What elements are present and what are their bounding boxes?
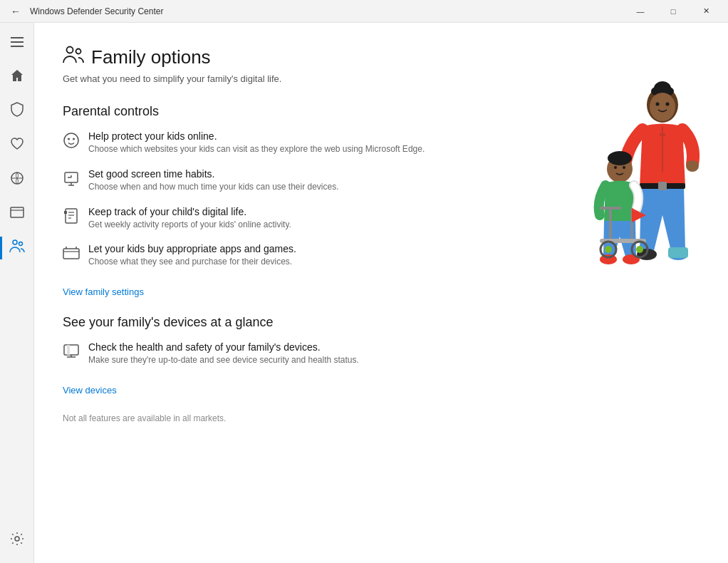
feature-protect-kids-desc: Choose which websites your kids can visi… (88, 143, 425, 155)
feature-device-health: Check the health and safety of your fami… (63, 341, 700, 366)
svg-rect-4 (11, 207, 24, 217)
svg-point-14 (666, 103, 670, 106)
feature-apps-games-desc: Choose what they see and purchase for th… (88, 256, 296, 268)
sidebar-item-browser[interactable] (0, 197, 34, 231)
feature-digital-life-desc: Get weekly activity reports of your kids… (88, 219, 291, 231)
sidebar (0, 23, 34, 563)
app-layout: Family options Get what you need to simp… (0, 23, 728, 563)
svg-rect-2 (11, 46, 24, 47)
svg-rect-54 (63, 249, 79, 259)
minimize-button[interactable]: — (624, 0, 657, 23)
sidebar-item-firewall[interactable] (0, 162, 34, 197)
close-button[interactable]: ✕ (690, 0, 722, 23)
svg-point-13 (656, 103, 660, 106)
footer-note: Not all features are available in all ma… (63, 413, 700, 423)
svg-point-27 (623, 166, 625, 169)
svg-point-39 (67, 47, 73, 53)
svg-rect-1 (11, 41, 24, 43)
sidebar-item-settings[interactable] (0, 523, 34, 557)
feature-screen-time-desc: Choose when and how much time your kids … (88, 181, 339, 193)
feature-screen-time-title: Set good screen time habits. (88, 168, 339, 180)
device-health-icon (63, 343, 80, 360)
svg-rect-53 (64, 211, 67, 214)
protect-kids-icon (63, 132, 80, 149)
screen-time-icon (63, 170, 80, 187)
view-devices-link[interactable]: View devices (63, 385, 117, 396)
titlebar: ← Windows Defender Security Center — □ ✕ (0, 0, 728, 23)
feature-device-health-title: Check the health and safety of your fami… (88, 341, 359, 353)
family-options-icon (63, 46, 84, 69)
maximize-button[interactable]: □ (657, 0, 690, 23)
feature-apps-games-title: Let your kids buy appropriate apps and g… (88, 243, 296, 254)
svg-point-12 (650, 93, 675, 121)
svg-point-36 (605, 246, 612, 253)
page-title: Family options (91, 46, 211, 68)
home-icon (10, 68, 24, 86)
svg-rect-61 (67, 345, 70, 355)
svg-rect-58 (64, 345, 78, 355)
svg-point-25 (608, 151, 632, 165)
feature-protect-kids-title: Help protect your kids online. (88, 130, 425, 142)
svg-rect-0 (11, 37, 24, 38)
devices-section-title: See your family's devices at a glance (63, 315, 700, 330)
svg-point-43 (73, 138, 75, 140)
health-icon (10, 138, 24, 154)
digital-life-icon (63, 207, 80, 224)
family-icon (9, 239, 25, 257)
sidebar-item-shield[interactable] (0, 94, 34, 128)
svg-point-18 (686, 160, 699, 172)
shield-icon (11, 102, 24, 120)
browser-icon (10, 207, 24, 222)
feature-digital-life-title: Keep track of your child's digital life. (88, 206, 291, 217)
svg-rect-23 (668, 247, 688, 258)
settings-icon (10, 532, 24, 549)
svg-rect-16 (660, 133, 665, 136)
sidebar-item-menu[interactable] (0, 26, 34, 60)
sidebar-item-home[interactable] (0, 60, 34, 94)
svg-point-8 (15, 537, 19, 541)
svg-point-40 (76, 49, 81, 54)
apps-games-icon (63, 244, 80, 262)
titlebar-title: Windows Defender Security Center (30, 6, 624, 16)
firewall-icon (10, 171, 24, 189)
svg-point-42 (68, 138, 70, 140)
back-button[interactable]: ← (6, 1, 26, 21)
hamburger-icon (11, 36, 24, 51)
window-controls: — □ ✕ (624, 0, 722, 23)
svg-rect-20 (658, 182, 667, 190)
sidebar-item-health[interactable] (0, 128, 34, 162)
feature-device-health-desc: Make sure they're up-to-date and see dev… (88, 354, 359, 366)
svg-point-26 (614, 166, 617, 169)
svg-point-38 (636, 246, 643, 253)
svg-point-7 (19, 242, 22, 245)
content-area: Family options Get what you need to simp… (34, 23, 728, 563)
family-illustration (557, 66, 700, 294)
sidebar-item-family[interactable] (0, 231, 34, 265)
svg-point-6 (13, 240, 17, 244)
svg-rect-49 (66, 209, 77, 223)
svg-point-41 (64, 133, 78, 148)
view-family-settings-link[interactable]: View family settings (63, 286, 144, 297)
